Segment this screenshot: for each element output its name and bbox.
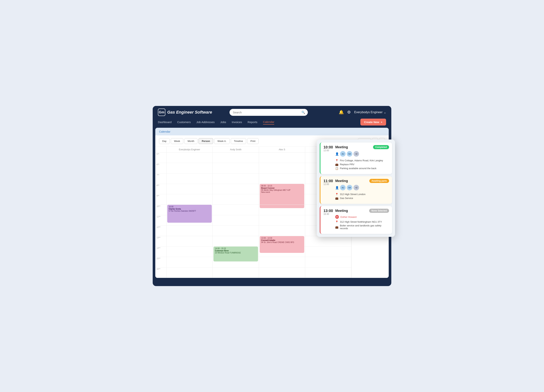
cell-14-0[interactable] — [166, 247, 213, 257]
avatar-more-2: +2 — [354, 185, 359, 190]
cell-14-1[interactable]: 14:00 - 15:15 Coleman Bree 10 Windsor Ro… — [213, 247, 259, 257]
cell-15-2[interactable] — [259, 257, 305, 267]
nav-bar: Dashboard Customers Job Addresses Jobs I… — [153, 119, 391, 128]
person-icon-2: 👤 — [335, 186, 339, 190]
time-10: 1000 — [155, 205, 166, 215]
cell-5-2[interactable] — [259, 153, 305, 163]
cell-15-1[interactable] — [213, 257, 259, 267]
cell-14-3[interactable] — [305, 247, 351, 257]
cell-13-0[interactable] — [166, 236, 213, 247]
briefcase-icon: 💼 — [335, 163, 338, 166]
avatar-sa: SA — [347, 151, 352, 157]
cell-15-0[interactable] — [166, 257, 213, 267]
cell-9-0[interactable] — [166, 194, 213, 205]
avatar-aj-2: AJ — [340, 185, 346, 190]
create-new-button[interactable]: Create New + — [360, 119, 386, 125]
search-input[interactable] — [230, 109, 308, 116]
cell-6-2[interactable] — [259, 163, 305, 173]
briefcase-icon-2: 💼 — [335, 197, 338, 200]
nav-item-calendar[interactable]: Calendar — [263, 119, 274, 125]
calendar-page-title: Calendar — [155, 128, 389, 135]
avatar-more: +2 — [354, 151, 359, 157]
event-card-2-detail-0: 📍 312 High Street London — [335, 192, 389, 196]
plus-icon: + — [381, 120, 382, 124]
logo-icon: Gm — [158, 108, 165, 116]
view-month-button[interactable]: Month — [184, 138, 197, 144]
event-card-1-detail-0: 📍 Firs Cottage, Adams Road, Kirk Langley — [335, 159, 389, 162]
cell-13-2[interactable]: 13:00 - 14:30 Connell Adalie 94 St. John… — [259, 236, 305, 247]
cell-16-1[interactable] — [213, 267, 259, 278]
status-badge-completed: Completed — [373, 145, 389, 149]
cell-5-0[interactable] — [166, 153, 213, 163]
header: Gm Gas Engineer Software 🔍 🔔 ⚙ Everybody… — [153, 106, 391, 119]
view-week-button[interactable]: Week — [171, 138, 183, 144]
time-9: 900 — [155, 194, 166, 205]
event-card-3-person: EH Esther Howard — [335, 215, 389, 219]
bell-icon[interactable]: 🔔 — [339, 110, 344, 115]
col-header-2: Alex S — [259, 147, 305, 152]
popup-inner: 10:00 12:00 Meeting Completed 👤 AJ SA +2 — [317, 139, 395, 237]
time-15: 1500 — [155, 257, 166, 267]
view-person-button[interactable]: Person — [199, 138, 213, 144]
cell-9-2[interactable] — [259, 194, 305, 205]
cell-6-0[interactable] — [166, 163, 213, 173]
logo-glyph: Gm — [159, 110, 165, 114]
app-wrapper: Gm Gas Engineer Software 🔍 🔔 ⚙ Everybody… — [153, 106, 391, 286]
cell-5-1[interactable] — [213, 153, 259, 163]
nav-item-jobs[interactable]: Jobs — [220, 120, 226, 124]
event-card-1-avatars: 👤 AJ SA +2 — [335, 151, 389, 157]
cell-13-3[interactable] — [305, 236, 351, 247]
cell-11-0[interactable] — [166, 215, 213, 226]
event-card-3-top: 13:00 16:30 Meeting None Selected EH Est… — [324, 209, 389, 230]
cell-7-1[interactable] — [213, 173, 259, 184]
cell-12-1[interactable] — [213, 226, 259, 236]
view-timeline-button[interactable]: Timeline — [231, 138, 246, 144]
cell-16-0[interactable] — [166, 267, 213, 278]
gear-icon[interactable]: ⚙ — [347, 110, 351, 115]
nav-item-customers[interactable]: Customers — [177, 120, 191, 124]
nav-item-dashboard[interactable]: Dashboard — [158, 120, 171, 124]
cell-7-2[interactable] — [259, 173, 305, 184]
cell-10-0[interactable]: 10:00 Clarke Greta 5 The Finches Swindon… — [166, 205, 213, 215]
cell-6-1[interactable] — [213, 163, 259, 173]
cell-11-1[interactable] — [213, 215, 259, 226]
event-card-2-body: Meeting Awaiting parts 👤 AJ SA +2 📍 312 … — [335, 179, 389, 200]
col-header-0: Everybodys Engineer — [166, 147, 213, 152]
col-header-1: Andy Smith — [213, 147, 259, 152]
cell-14-2[interactable] — [259, 247, 305, 257]
user-menu[interactable]: Everybodys Engineer ⌄ — [354, 111, 386, 114]
cell-12-2[interactable] — [259, 226, 305, 236]
cell-10-1[interactable] — [213, 205, 259, 215]
time-8: 800 — [155, 184, 166, 194]
avatar-sa-2: SA — [347, 185, 352, 190]
cell-16-2[interactable] — [259, 267, 305, 278]
nav-item-reports[interactable]: Reports — [248, 120, 257, 124]
event-card-3-time: 13:00 16:30 — [324, 209, 333, 230]
event-card-1-detail-2: 📋 Parking available around the back — [335, 166, 389, 170]
cell-15-3[interactable] — [305, 257, 351, 267]
header-right: 🔔 ⚙ Everybodys Engineer ⌄ — [339, 110, 386, 115]
view-week-a-button[interactable]: Week A. — [214, 138, 230, 144]
cell-8-2[interactable]: 08:00 - 10:15 Boast Conner 95 Merlin Way… — [259, 184, 305, 194]
view-day-button[interactable]: Day — [159, 138, 170, 144]
cell-12-0[interactable] — [166, 226, 213, 236]
cell-13-1[interactable] — [213, 236, 259, 247]
app-title: Gas Engineer Software — [167, 110, 212, 115]
cell-10-2[interactable] — [259, 205, 305, 215]
cell-11-2[interactable] — [259, 215, 305, 226]
location-icon: 📍 — [335, 159, 338, 162]
time-6: 600 — [155, 163, 166, 173]
event-card-3: 13:00 16:30 Meeting None Selected EH Est… — [320, 206, 392, 234]
event-card-2: 11:00 12:00 Meeting Awaiting parts 👤 AJ … — [320, 176, 392, 204]
view-print-button[interactable]: Print — [247, 138, 259, 144]
cell-8-0[interactable] — [166, 184, 213, 194]
cell-16-3[interactable] — [305, 267, 351, 278]
event-card-1: 10:00 12:00 Meeting Completed 👤 AJ SA +2 — [320, 143, 392, 174]
cell-9-1[interactable] — [213, 194, 259, 205]
cell-8-1[interactable] — [213, 184, 259, 194]
cell-7-0[interactable] — [166, 173, 213, 184]
location-icon-3: 📍 — [335, 220, 338, 223]
time-7: 700 — [155, 173, 166, 184]
nav-item-invoices[interactable]: Invoices — [232, 120, 242, 124]
nav-item-job-addresses[interactable]: Job Addresses — [196, 120, 215, 124]
